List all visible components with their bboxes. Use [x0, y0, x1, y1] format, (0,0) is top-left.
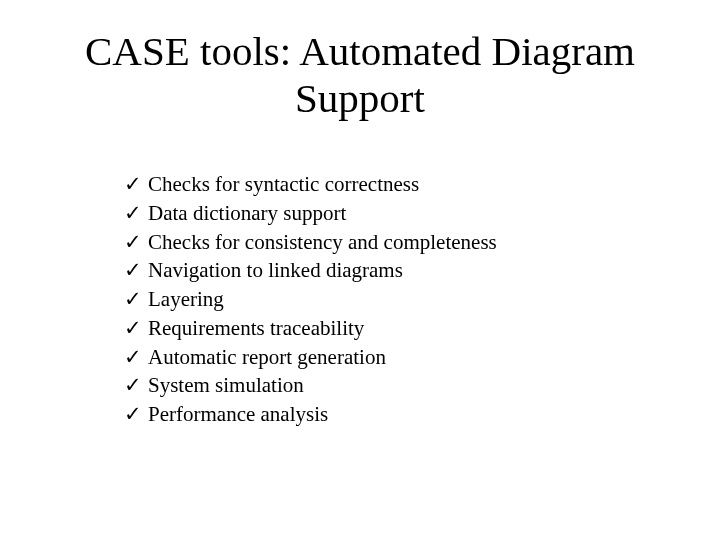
- check-icon: ✓: [124, 285, 142, 313]
- list-item: ✓ System simulation: [124, 371, 644, 400]
- list-item-text: Performance analysis: [148, 401, 644, 429]
- check-icon: ✓: [124, 343, 142, 371]
- list-item: ✓ Layering: [124, 285, 644, 314]
- list-item-text: System simulation: [148, 372, 644, 400]
- list-item: ✓ Checks for syntactic correctness: [124, 170, 644, 199]
- list-item: ✓ Checks for consistency and completenes…: [124, 228, 644, 257]
- list-item-text: Layering: [148, 286, 644, 314]
- list-item-text: Data dictionary support: [148, 200, 644, 228]
- list-item-text: Automatic report generation: [148, 344, 644, 372]
- list-item-text: Checks for consistency and completeness: [148, 229, 644, 257]
- list-item: ✓ Navigation to linked diagrams: [124, 256, 644, 285]
- check-icon: ✓: [124, 256, 142, 284]
- list-item-text: Navigation to linked diagrams: [148, 257, 644, 285]
- bullet-list: ✓ Checks for syntactic correctness ✓ Dat…: [124, 170, 644, 428]
- list-item: ✓ Data dictionary support: [124, 199, 644, 228]
- check-icon: ✓: [124, 199, 142, 227]
- check-icon: ✓: [124, 314, 142, 342]
- check-icon: ✓: [124, 400, 142, 428]
- check-icon: ✓: [124, 170, 142, 198]
- list-item: ✓ Requirements traceability: [124, 314, 644, 343]
- list-item-text: Checks for syntactic correctness: [148, 171, 644, 199]
- list-item: ✓ Performance analysis: [124, 400, 644, 429]
- list-item-text: Requirements traceability: [148, 315, 644, 343]
- slide-title: CASE tools: Automated Diagram Support: [36, 28, 684, 122]
- slide: CASE tools: Automated Diagram Support ✓ …: [0, 0, 720, 540]
- check-icon: ✓: [124, 371, 142, 399]
- check-icon: ✓: [124, 228, 142, 256]
- list-item: ✓ Automatic report generation: [124, 343, 644, 372]
